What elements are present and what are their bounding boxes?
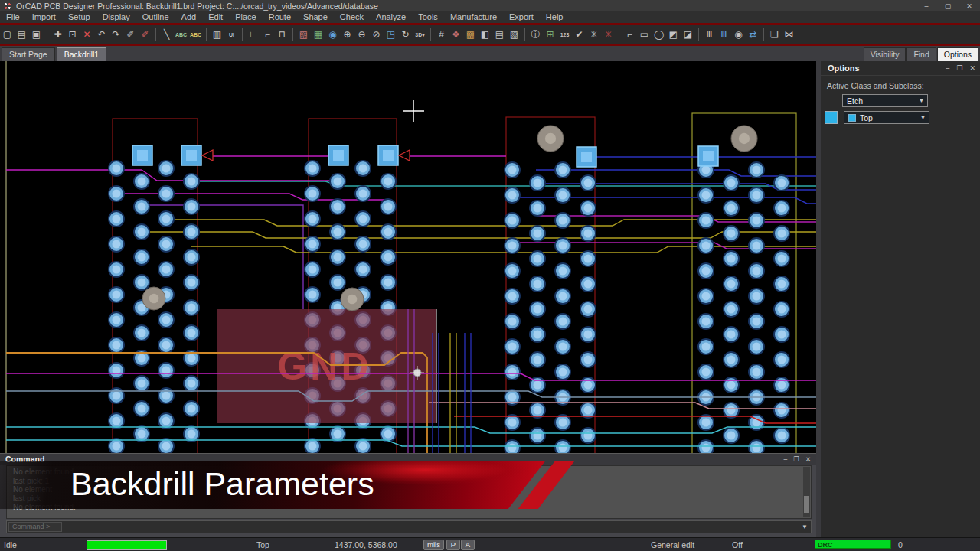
close-icon[interactable]: ✕	[805, 455, 811, 463]
restore-icon[interactable]: ▢	[937, 2, 959, 10]
menu-item-manufacture[interactable]: Manufacture	[444, 11, 503, 23]
shove-icon[interactable]: ⊓	[275, 25, 289, 44]
menu-item-setup[interactable]: Setup	[62, 11, 96, 23]
command-window-titlebar[interactable]: Command –❐✕	[0, 454, 816, 465]
zoom-points-icon[interactable]: ▨	[296, 25, 311, 44]
shape-edit-icon[interactable]: ◩	[666, 25, 681, 44]
pcb-drawing[interactable]: GND	[0, 61, 816, 453]
drc-status-badge[interactable]: DRC	[815, 540, 891, 549]
status-active-layer[interactable]: Top	[256, 540, 270, 549]
mirror-icon[interactable]: ⋈	[782, 25, 796, 44]
status-mode[interactable]: General edit	[651, 540, 694, 549]
menu-item-shape[interactable]: Shape	[297, 11, 334, 23]
units-button[interactable]: mils	[423, 540, 444, 550]
edit-text-icon[interactable]: ABC	[188, 25, 203, 44]
command-prompt[interactable]: Command >	[8, 522, 62, 532]
measure-icon[interactable]: 123	[557, 25, 572, 44]
layer-color-swatch[interactable]	[825, 111, 838, 124]
zoom-mode-icon[interactable]: ◉	[325, 25, 340, 44]
unfix-pin-icon[interactable]: ✐	[138, 25, 152, 44]
menu-item-display[interactable]: Display	[96, 11, 136, 23]
etch-bars-icon[interactable]: Ⅲ	[702, 25, 717, 44]
add-polygon-icon[interactable]: ⌐	[622, 25, 637, 44]
via-display-icon[interactable]: ◉	[731, 25, 746, 44]
menu-item-edit[interactable]: Edit	[202, 11, 229, 23]
subclass-dropdown[interactable]: Top ▼	[844, 111, 929, 124]
line-icon[interactable]: ╲	[159, 25, 174, 44]
swap-gear-icon[interactable]: ⇄	[746, 25, 760, 44]
menu-item-file[interactable]: File	[0, 11, 26, 23]
color192-icon[interactable]: ▩	[463, 25, 478, 44]
menu-item-route[interactable]: Route	[263, 11, 297, 23]
add-detour-icon[interactable]: ⌐	[260, 25, 275, 44]
menu-item-export[interactable]: Export	[503, 11, 540, 23]
menu-item-add[interactable]: Add	[175, 11, 203, 23]
etch-gear-icon[interactable]: Ⅲ	[717, 25, 731, 44]
document-tab-backdrill1[interactable]: Backdrill1	[57, 47, 107, 61]
minimize-icon[interactable]: –	[946, 64, 949, 72]
float-icon[interactable]: ❐	[793, 455, 799, 463]
zoom-fit-icon[interactable]: ◳	[384, 25, 398, 44]
copy-stack-icon[interactable]: ❏	[767, 25, 782, 44]
menu-item-help[interactable]: Help	[540, 11, 570, 23]
save-icon[interactable]: ▣	[29, 25, 44, 44]
chevron-down-icon[interactable]: ▼	[802, 523, 811, 530]
menu-item-check[interactable]: Check	[334, 11, 370, 23]
pcb-canvas[interactable]: GND	[0, 61, 816, 453]
place-component-icon[interactable]: ▥	[210, 25, 224, 44]
color-dialog-icon[interactable]: ❖	[449, 25, 463, 44]
p-button[interactable]: P	[446, 540, 460, 550]
panel-tab-options[interactable]: Options	[937, 47, 978, 61]
delete-icon[interactable]: ✕	[80, 25, 94, 44]
a-button[interactable]: A	[461, 540, 475, 550]
add-fillet-icon[interactable]: ✳	[601, 25, 616, 44]
redraw-icon[interactable]: ↻	[398, 25, 413, 44]
slide-icon[interactable]: ∟	[246, 25, 260, 44]
command-window-icons: –❐✕	[784, 455, 816, 463]
command-history[interactable]: No element found.last pick: 1No elementl…	[6, 465, 812, 519]
class-dropdown[interactable]: Etch ▼	[842, 94, 928, 107]
panel-tab-find[interactable]: Find	[906, 47, 936, 61]
info-icon[interactable]: ⓘ	[528, 25, 543, 44]
copy-icon[interactable]: ⊡	[65, 25, 80, 44]
document-tab-start-page[interactable]: Start Page	[2, 47, 55, 61]
add-rect-icon[interactable]: ▭	[637, 25, 652, 44]
float-icon[interactable]: ❐	[956, 64, 962, 72]
panel-tab-visibility[interactable]: Visibility	[864, 47, 906, 61]
waive-drc-icon[interactable]: ⊞	[543, 25, 557, 44]
shape-void-icon[interactable]: ◪	[681, 25, 695, 44]
zoom-out-icon[interactable]: ⊖	[354, 25, 369, 44]
close-icon[interactable]: ✕	[969, 64, 975, 72]
close-icon[interactable]: ✕	[959, 2, 980, 10]
zoom-grid-icon[interactable]: ▦	[311, 25, 325, 44]
place-ui-symbol-icon[interactable]: UI	[224, 25, 239, 44]
menu-item-tools[interactable]: Tools	[412, 11, 444, 23]
undo-icon[interactable]: ↶	[94, 25, 109, 44]
new-file-icon[interactable]: ▢	[0, 25, 15, 44]
redo-icon[interactable]: ↷	[109, 25, 123, 44]
open-folder-icon[interactable]: ▤	[15, 25, 29, 44]
command-scrollbar[interactable]	[803, 467, 810, 517]
menu-item-import[interactable]: Import	[26, 11, 62, 23]
remove-fillet-icon[interactable]: ✳	[586, 25, 601, 44]
move-icon[interactable]: ✚	[51, 25, 65, 44]
shaded-display-icon[interactable]: ◧	[478, 25, 492, 44]
add-text-icon[interactable]: ABC	[174, 25, 188, 44]
command-scrollbar-thumb[interactable]	[804, 496, 809, 513]
cross-section-icon[interactable]: ▤	[492, 25, 507, 44]
command-input-row[interactable]: Command > ▼	[6, 520, 812, 533]
apply-color-icon[interactable]: ✔	[572, 25, 586, 44]
status-toggle[interactable]: Off	[732, 540, 743, 549]
zoom-in-icon[interactable]: ⊕	[340, 25, 354, 44]
grid-toggle-icon[interactable]: #	[434, 25, 449, 44]
minimize-icon[interactable]: –	[784, 455, 788, 463]
zoom-previous-icon[interactable]: ⊘	[369, 25, 384, 44]
view-3d-icon[interactable]: 3D▾	[413, 25, 427, 44]
properties-icon[interactable]: ▧	[507, 25, 521, 44]
fix-pin-icon[interactable]: ✐	[123, 25, 138, 44]
minimize-icon[interactable]: –	[916, 2, 937, 10]
add-circle-icon[interactable]: ◯	[652, 25, 666, 44]
menu-item-place[interactable]: Place	[229, 11, 263, 23]
menu-item-outline[interactable]: Outline	[136, 11, 175, 23]
menu-item-analyze[interactable]: Analyze	[370, 11, 412, 23]
